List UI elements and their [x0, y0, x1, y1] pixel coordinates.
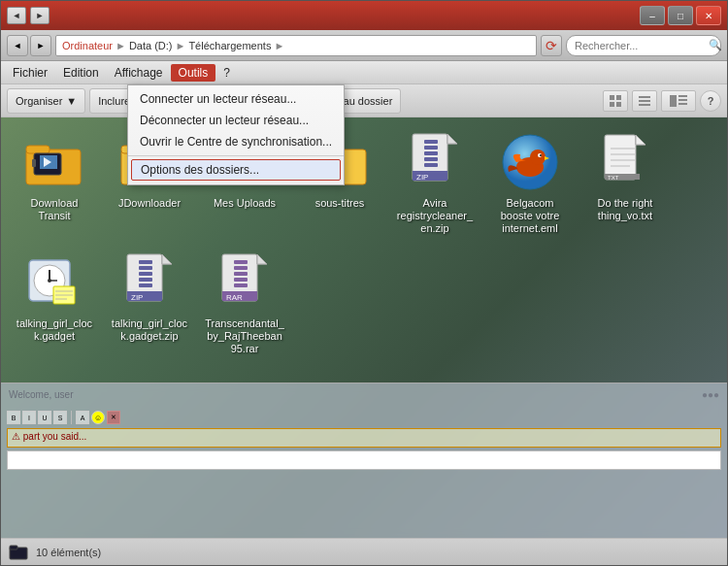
chat-tool-btn[interactable]: B	[7, 411, 20, 424]
svg-rect-0	[610, 95, 614, 100]
breadcrumb-drive[interactable]: Data (D:)	[129, 40, 173, 51]
content-area: Download Transit J D JDownloader	[1, 117, 727, 538]
forward-button[interactable]: ►	[30, 35, 51, 56]
status-folder-icon	[9, 543, 28, 562]
view-toggle-btn[interactable]	[603, 90, 628, 112]
svg-rect-12	[26, 146, 50, 153]
nav-back-btn[interactable]: ◄	[7, 7, 26, 24]
chat-tool-btn[interactable]: I	[22, 411, 36, 424]
chat-input[interactable]	[12, 455, 716, 466]
nav-fwd-btn[interactable]: ►	[30, 7, 50, 24]
dropdown-item-2[interactable]: Ouvrir le Centre de synchronisation...	[128, 131, 344, 152]
chat-tool-btn[interactable]: U	[38, 411, 51, 424]
svg-rect-2	[610, 102, 614, 107]
dropdown-item-1[interactable]: Déconnecter un lecteur réseau...	[128, 110, 344, 131]
breadcrumb-sep1: ►	[116, 40, 126, 51]
svg-rect-33	[424, 157, 438, 161]
svg-rect-5	[639, 100, 650, 102]
svg-marker-63	[162, 254, 172, 264]
minimize-button[interactable]: –	[640, 6, 665, 25]
file-label-0: Download Transit	[15, 197, 94, 222]
svg-text:TXT: TXT	[608, 175, 619, 181]
svg-rect-10	[678, 103, 687, 105]
chat-header-row: Welcome, user ●●●	[1, 383, 727, 406]
menu-edition[interactable]: Edition	[55, 64, 107, 82]
chat-toolbar-sep	[71, 411, 72, 424]
chat-emoji-btn[interactable]: ☺	[91, 411, 105, 424]
svg-rect-75	[234, 266, 248, 270]
menu-bar: Fichier Edition Affichage Outils ? Conne…	[1, 61, 727, 84]
list-item[interactable]: TXT Do the right thing_vo.txt	[581, 127, 669, 240]
svg-rect-68	[139, 283, 152, 287]
view-icon	[609, 94, 622, 108]
menu-affichage[interactable]: Affichage	[107, 64, 171, 82]
chat-input-bar	[7, 450, 721, 470]
view-details-btn[interactable]	[632, 90, 657, 112]
svg-rect-30	[424, 140, 438, 144]
breadcrumb-sep2: ►	[176, 40, 186, 51]
window-controls: – □ ✕	[640, 6, 721, 25]
svg-rect-8	[678, 95, 687, 97]
svg-rect-76	[234, 272, 248, 276]
svg-point-42	[540, 154, 542, 156]
file-label-1: JDownloader	[118, 197, 181, 210]
chat-warning-bar: ⚠ part you said...	[7, 428, 721, 448]
file-icon-4: ZIP	[404, 131, 466, 193]
back-button[interactable]: ◄	[7, 35, 28, 56]
help-button[interactable]: ?	[700, 90, 721, 112]
address-bar: ◄ ► Ordinateur ► Data (D:) ► Téléchargem…	[1, 30, 727, 61]
dropdown-item-3[interactable]: Options des dossiers...	[131, 159, 341, 181]
maximize-button[interactable]: □	[668, 6, 693, 25]
svg-text:RAR: RAR	[226, 293, 243, 302]
refresh-button[interactable]: ⟳	[541, 35, 562, 56]
svg-rect-78	[234, 283, 248, 287]
chat-tool-btn[interactable]: S	[53, 411, 67, 424]
svg-rect-66	[139, 272, 152, 276]
menu-fichier[interactable]: Fichier	[5, 64, 55, 82]
organize-arrow: ▼	[66, 95, 77, 107]
organize-label: Organiser	[16, 95, 62, 107]
list-item[interactable]: Download Transit	[11, 127, 98, 240]
chat-tool-btn[interactable]: ✕	[107, 411, 120, 424]
svg-rect-32	[424, 151, 438, 155]
view-extra-icon	[669, 94, 688, 108]
status-count: 10 élément(s)	[36, 547, 101, 558]
svg-rect-65	[139, 266, 152, 270]
search-input[interactable]	[575, 40, 709, 51]
svg-marker-45	[636, 135, 645, 145]
file-label-8: talking_girl_clock.gadget.zip	[110, 317, 189, 343]
dropdown-item-0[interactable]: Connecter un lecteur réseau...	[128, 88, 344, 110]
list-item[interactable]: ZIP Avira registrycleaner_en.zip	[391, 127, 479, 240]
svg-rect-7	[670, 95, 677, 107]
svg-point-39	[530, 150, 546, 165]
file-grid: Download Transit J D JDownloader	[1, 117, 727, 369]
file-label-2: Mes Uploads	[214, 197, 276, 210]
breadcrumb[interactable]: Ordinateur ► Data (D:) ► Téléchargements…	[55, 35, 537, 56]
list-item[interactable]: Belgacom booste votre internet.eml	[486, 127, 574, 240]
list-item[interactable]: talking_girl_clock.gadget	[11, 248, 98, 360]
file-label-3: sous-titres	[315, 197, 365, 210]
svg-rect-34	[424, 163, 438, 167]
svg-rect-31	[424, 146, 438, 150]
chat-tool-btn[interactable]: A	[76, 411, 89, 424]
menu-help[interactable]: ?	[215, 64, 238, 82]
chat-status: Welcome, user	[9, 389, 74, 400]
svg-rect-6	[639, 104, 650, 106]
menu-outils[interactable]: Outils	[171, 64, 216, 82]
nav-buttons: ◄ ►	[7, 35, 51, 56]
chat-toolbar: B I U S A ☺ ✕	[1, 409, 727, 426]
file-label-6: Do the right thing_vo.txt	[585, 197, 665, 222]
title-bar: ◄ ► – □ ✕	[1, 1, 727, 30]
list-item[interactable]: RAR Transcendantal_by_RajTheeban95.rar	[201, 248, 288, 360]
organize-button[interactable]: Organiser ▼	[7, 88, 85, 114]
close-button[interactable]: ✕	[696, 6, 721, 25]
file-icon-7	[23, 251, 85, 314]
view-extra-btn[interactable]	[661, 90, 696, 112]
file-icon-8: ZIP	[118, 251, 181, 314]
list-item[interactable]: ZIP talking_girl_clock.gadget.zip	[106, 248, 193, 360]
chat-overlay: Welcome, user ●●● B I U S A ☺ ✕ ⚠ part y…	[1, 383, 727, 538]
toolbar: Organiser ▼ Inclure dans la bibliothèque…	[1, 84, 727, 117]
search-box: 🔍	[566, 35, 721, 56]
breadcrumb-computer[interactable]: Ordinateur	[62, 40, 113, 51]
breadcrumb-folder[interactable]: Téléchargements	[188, 40, 271, 51]
